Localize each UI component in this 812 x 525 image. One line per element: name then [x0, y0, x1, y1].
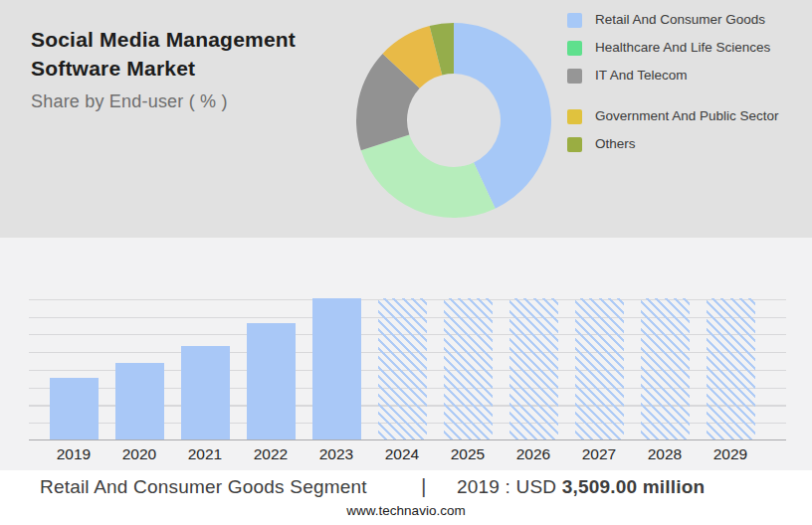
x-axis-label-2027: 2027 — [566, 445, 632, 463]
legend-swatch-icon — [567, 41, 582, 56]
segment-value-amount: 3,509.00 million — [562, 476, 706, 497]
x-axis-label-2023: 2023 — [304, 445, 369, 463]
legend-item-1: Healthcare And Life Sciences — [567, 40, 806, 56]
bar-2024 — [378, 298, 427, 439]
page-title: Social Media Management Software Market — [31, 25, 296, 83]
donut-slice-1 — [361, 135, 496, 218]
legend-label: Others — [595, 136, 636, 151]
bar-chart-plot-area — [29, 299, 786, 440]
x-axis-label-2024: 2024 — [369, 445, 435, 463]
legend-label: Healthcare And Life Sciences — [595, 40, 770, 55]
legend-item-2: IT And Telecom — [567, 68, 806, 84]
legend-item-3: Government And Public Sector — [567, 108, 806, 124]
legend-label: Retail And Consumer Goods — [595, 12, 765, 27]
bar-2029 — [707, 298, 755, 439]
bar-2019 — [50, 378, 99, 439]
x-axis-label-2029: 2029 — [698, 445, 763, 463]
header-panel: Social Media Management Software Market … — [0, 0, 812, 238]
legend-swatch-icon — [567, 13, 582, 28]
bar-2022 — [247, 323, 296, 439]
x-axis-label-2019: 2019 — [41, 445, 106, 463]
x-axis-label-2028: 2028 — [632, 445, 698, 463]
segment-summary-row: Retail And Consumer Goods Segment | 2019… — [0, 476, 812, 500]
bar-2026 — [509, 298, 558, 439]
legend-label: IT And Telecom — [595, 68, 688, 83]
page-title-line1: Social Media Management — [31, 25, 296, 54]
x-axis-label-2026: 2026 — [501, 445, 566, 463]
legend-item-4: Others — [567, 136, 806, 152]
legend-swatch-icon — [567, 109, 582, 124]
x-axis-label-2020: 2020 — [106, 445, 172, 463]
bar-chart-x-axis: 2019202020212022202320242025202620272028… — [29, 445, 786, 467]
x-axis-label-2022: 2022 — [238, 445, 304, 463]
legend-item-0: Retail And Consumer Goods — [567, 12, 806, 28]
bar-2021 — [181, 346, 230, 439]
bar-2027 — [575, 298, 624, 439]
bottom-panel: Retail And Consumer Goods Segment | 2019… — [0, 470, 812, 525]
footer-url: www.technavio.com — [0, 503, 812, 518]
page-subtitle: Share by End-user ( % ) — [31, 91, 228, 112]
x-axis-label-2021: 2021 — [172, 445, 238, 463]
segment-divider: | — [421, 474, 426, 498]
bar-2023 — [312, 298, 361, 439]
bar-2020 — [115, 363, 164, 439]
segment-value: 2019 : USD 3,509.00 million — [457, 476, 705, 498]
donut-chart — [354, 21, 553, 220]
legend-swatch-icon — [567, 69, 582, 84]
bar-chart-section: 2019202020212022202320242025202620272028… — [0, 238, 812, 470]
x-axis-label-2025: 2025 — [435, 445, 501, 463]
segment-value-prefix: 2019 : USD — [457, 476, 562, 497]
legend-label: Government And Public Sector — [595, 108, 779, 123]
page-title-line2: Software Market — [31, 54, 296, 83]
legend-swatch-icon — [567, 137, 582, 152]
donut-legend: Retail And Consumer GoodsHealthcare And … — [567, 12, 806, 164]
segment-label: Retail And Consumer Goods Segment — [40, 476, 367, 498]
bar-2025 — [444, 298, 493, 439]
bar-2028 — [641, 298, 690, 439]
